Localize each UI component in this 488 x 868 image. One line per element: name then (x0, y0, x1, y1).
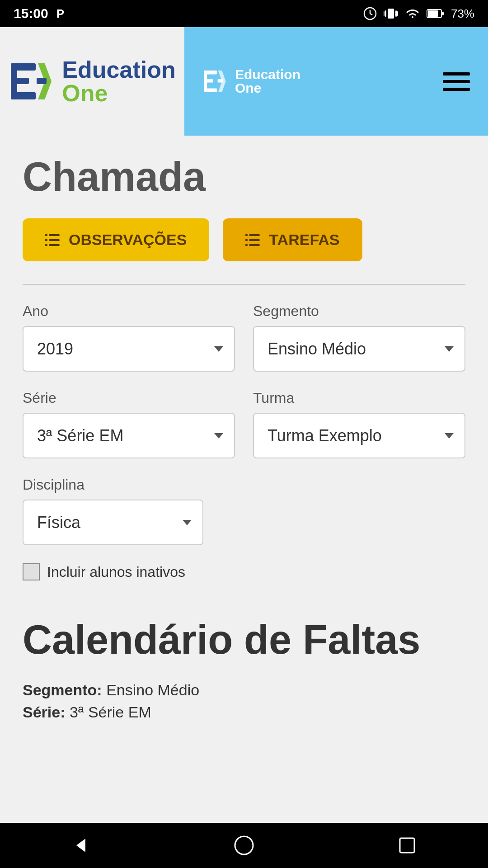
form-group-disciplina: Disciplina Física Matemática Química Bio… (23, 476, 203, 545)
form-row-3: Disciplina Física Matemática Química Bio… (23, 476, 465, 545)
svg-rect-7 (397, 11, 398, 16)
battery-icon (427, 8, 445, 19)
back-icon (72, 836, 90, 854)
svg-rect-37 (400, 838, 414, 853)
nav-logo-education: Education (235, 68, 300, 81)
clock-icon (363, 7, 377, 20)
segmento-info: Segmento: Ensino Médio (23, 681, 465, 699)
calendar-section: Calendário de Faltas Segmento: Ensino Mé… (23, 608, 465, 721)
hamburger-line-2 (443, 80, 470, 83)
action-buttons: OBSERVAÇÕES TAREFAS (23, 218, 465, 261)
status-left: 15:00 P (14, 6, 64, 21)
header-logo-panel: Education One (0, 27, 184, 136)
svg-rect-23 (49, 234, 60, 236)
vibrate-icon (383, 7, 399, 20)
segmento-info-value: Ensino Médio (106, 681, 199, 698)
svg-rect-10 (428, 10, 438, 17)
nav-logo-icon (202, 68, 230, 95)
ano-select[interactable]: 2019 2020 2021 (23, 326, 235, 372)
svg-rect-31 (249, 244, 260, 246)
status-bar: 15:00 P 73% (0, 0, 488, 27)
form-row-2: Série 3ª Série EM 1ª Série EM 2ª Série E… (23, 390, 465, 458)
battery-text: 73% (451, 7, 474, 21)
svg-rect-4 (385, 10, 386, 17)
svg-rect-28 (45, 244, 47, 246)
logo-icon (9, 59, 54, 104)
turma-select[interactable]: Turma Exemplo Turma A Turma B (253, 413, 465, 458)
serie-info-label: Série: (23, 703, 66, 721)
checkbox-label: Incluir alunos inativos (47, 564, 185, 580)
svg-rect-29 (249, 234, 260, 236)
svg-rect-9 (442, 12, 444, 15)
nav-logo-container: Education One (202, 68, 300, 95)
svg-rect-20 (204, 89, 217, 92)
svg-rect-30 (249, 239, 260, 241)
svg-rect-14 (11, 92, 36, 99)
svg-rect-32 (245, 234, 248, 236)
header: Education One Education One (0, 27, 488, 136)
status-time: 15:00 (14, 6, 48, 21)
nav-logo-one: One (235, 81, 300, 95)
form-group-segmento: Segmento Ensino Médio Ensino Fundamental (253, 303, 465, 372)
segmento-select[interactable]: Ensino Médio Ensino Fundamental (253, 326, 465, 372)
home-button[interactable] (234, 835, 254, 855)
tarefas-button[interactable]: TAREFAS (223, 218, 362, 261)
serie-select[interactable]: 3ª Série EM 1ª Série EM 2ª Série EM (23, 413, 235, 458)
svg-rect-24 (49, 239, 60, 241)
divider (23, 284, 465, 285)
svg-rect-16 (37, 78, 47, 84)
svg-rect-34 (245, 244, 248, 246)
recents-button[interactable] (398, 836, 416, 854)
list-icon-tarefas (245, 233, 262, 247)
serie-info-value: 3ª Série EM (70, 703, 151, 721)
svg-rect-19 (204, 79, 213, 82)
ano-label: Ano (23, 303, 235, 320)
segmento-label: Segmento (253, 303, 465, 320)
hamburger-line-1 (443, 72, 470, 75)
serie-label: Série (23, 390, 235, 406)
logo-education: Education (62, 58, 175, 81)
svg-rect-25 (49, 244, 60, 246)
status-p-icon: P (56, 7, 64, 21)
svg-point-36 (235, 836, 253, 854)
logo-container: Education One (9, 58, 175, 105)
header-nav-panel: Education One (184, 27, 488, 136)
form-group-serie: Série 3ª Série EM 1ª Série EM 2ª Série E… (23, 390, 235, 458)
home-icon (234, 835, 254, 855)
logo-one: One (62, 81, 175, 105)
hamburger-menu[interactable] (443, 72, 470, 91)
observacoes-button[interactable]: OBSERVAÇÕES (23, 218, 209, 261)
disciplina-label: Disciplina (23, 476, 203, 493)
inactive-students-checkbox[interactable] (23, 563, 40, 580)
hamburger-line-3 (443, 88, 470, 91)
checkbox-row: Incluir alunos inativos (23, 563, 465, 580)
form-group-turma: Turma Turma Exemplo Turma A Turma B (253, 390, 465, 458)
svg-line-2 (370, 14, 372, 15)
main-content: Chamada OBSERVAÇÕES TAR (0, 136, 488, 744)
svg-rect-6 (384, 11, 385, 16)
svg-rect-12 (11, 63, 36, 71)
svg-rect-26 (45, 234, 47, 236)
svg-rect-3 (388, 9, 394, 19)
list-icon-observacoes (45, 233, 61, 247)
logo-text: Education One (62, 58, 175, 105)
wifi-icon (405, 7, 420, 20)
svg-rect-33 (245, 239, 248, 241)
recents-icon (398, 836, 416, 854)
svg-rect-18 (204, 71, 217, 74)
svg-rect-13 (11, 78, 29, 84)
svg-marker-35 (76, 839, 85, 852)
svg-rect-27 (45, 239, 47, 241)
status-right: 73% (363, 7, 474, 21)
svg-rect-22 (218, 79, 223, 82)
calendar-title: Calendário de Faltas (23, 617, 465, 663)
back-button[interactable] (72, 836, 90, 854)
disciplina-select[interactable]: Física Matemática Química Biologia (23, 500, 203, 545)
form-group-ano: Ano 2019 2020 2021 (23, 303, 235, 372)
segmento-info-label: Segmento: (23, 681, 102, 698)
svg-rect-5 (395, 10, 397, 17)
bottom-nav (0, 823, 488, 868)
nav-logo-text: Education One (235, 68, 300, 95)
serie-info: Série: 3ª Série EM (23, 703, 465, 721)
form-row-1: Ano 2019 2020 2021 Segmento Ensino Médio… (23, 303, 465, 372)
